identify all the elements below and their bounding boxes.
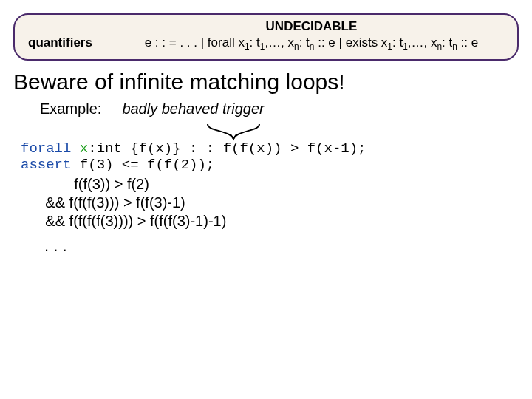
- keyword: forall: [21, 140, 71, 157]
- grammar-text: : t: [299, 35, 310, 50]
- grammar-text: : t: [250, 35, 260, 50]
- subscript: n: [294, 41, 299, 52]
- grammar-text: : t: [442, 35, 452, 50]
- derivation-block: f(f(3)) > f(2) && f(f(f(3))) > f(f(3)-1)…: [21, 175, 532, 231]
- undecidable-label: UNDECIDABLE: [119, 19, 504, 34]
- derivation-line: && f(f(f(3))) > f(f(3)-1): [21, 194, 532, 212]
- grammar-text: :: e | exists x: [314, 35, 387, 50]
- grammar-text: : t: [392, 35, 403, 50]
- grammar-line: e : : = . . . | forall x1: t1,…, xn: tn …: [119, 35, 504, 52]
- subscript: 1: [387, 41, 392, 52]
- example-label: Example:: [40, 100, 101, 117]
- subscript: 1: [245, 41, 250, 52]
- grammar-rule-box: quantifiers UNDECIDABLE e : : = . . . | …: [13, 13, 519, 61]
- grammar-text: e : : = . . . | forall x: [145, 35, 245, 50]
- ellipsis: . . .: [44, 236, 532, 256]
- trigger-note: badly behaved trigger: [122, 100, 264, 117]
- code-text: f(3) <= f(f(2));: [71, 157, 214, 173]
- grammar-text: :: e: [457, 35, 478, 50]
- grammar-text: ,…, x: [408, 35, 437, 50]
- grammar-text: ,…, x: [265, 35, 294, 50]
- subscript: n: [452, 41, 457, 52]
- curly-brace-icon: [204, 123, 263, 143]
- keyword: assert: [21, 157, 71, 173]
- rule-body: UNDECIDABLE e : : = . . . | forall x1: t…: [119, 19, 504, 52]
- derivation-line: && f(f(f(f(3)))) > f(f(f(3)-1)-1): [21, 212, 532, 231]
- code-line: forall x:int {f(x)} : : f(f(x)) > f(x-1)…: [21, 141, 532, 157]
- code-line: assert f(3) <= f(f(2));: [21, 157, 532, 174]
- code-block: forall x:int {f(x)} : : f(f(x)) > f(x-1)…: [21, 141, 532, 174]
- subscript: 1: [403, 41, 408, 52]
- slide-heading: Beware of infinite matching loops!: [13, 69, 519, 95]
- rule-label: quantifiers: [28, 35, 92, 52]
- example-row: Example: badly behaved trigger: [40, 100, 532, 117]
- derivation-line: f(f(3)) > f(2): [21, 175, 532, 194]
- variable: x: [80, 140, 88, 157]
